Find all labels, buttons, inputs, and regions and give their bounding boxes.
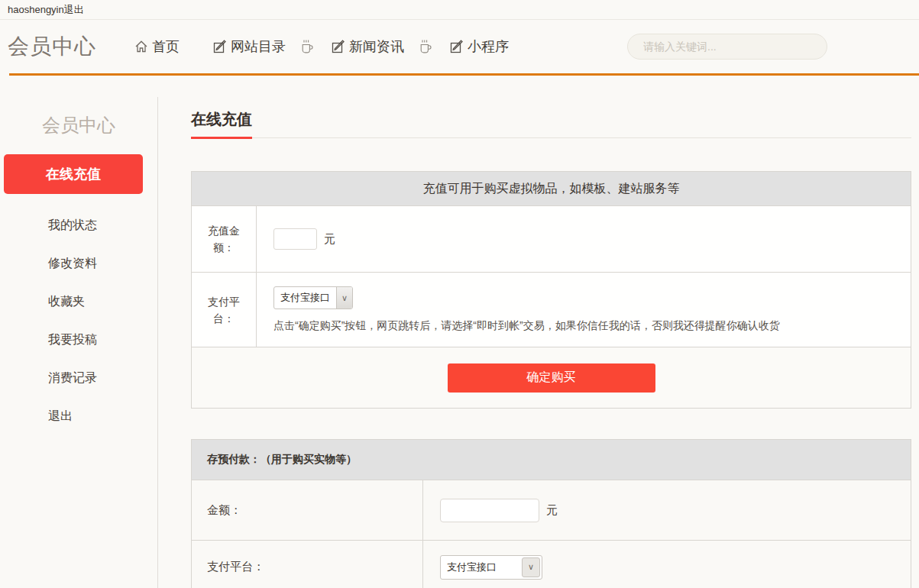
nav-label: 首页	[152, 37, 180, 56]
nav-label: 网站目录	[231, 37, 286, 56]
deposit-amount-cell: 元	[423, 480, 911, 540]
deposit-platform-label: 支付平台：	[192, 541, 423, 588]
sidebar-item-spending-records[interactable]: 消费记录	[0, 359, 157, 397]
recharge-amount-input[interactable]	[273, 228, 317, 250]
confirm-purchase-button[interactable]: 确定购买	[448, 363, 655, 393]
edit-icon	[450, 40, 464, 53]
username-link[interactable]: haoshengyin	[8, 4, 64, 15]
recharge-amount-cell: 元	[257, 206, 911, 272]
recharge-amount-row: 充值金额： 元	[192, 205, 911, 272]
header: 会员中心 首页 网站目录	[0, 20, 919, 73]
page-title: 在线充值	[191, 109, 252, 130]
coffee-cup-icon	[301, 39, 313, 55]
page-title-underline	[191, 137, 252, 139]
deposit-platform-cell: 支付宝接口 ∨	[423, 541, 911, 588]
site-logo: 会员中心	[8, 32, 96, 61]
nav-item-mini-program[interactable]: 小程序	[450, 37, 509, 56]
nav-item-home[interactable]: 首页	[134, 37, 180, 56]
recharge-table: 充值可用于购买虚拟物品，如模板、建站服务等 充值金额： 元 支付平台： 支付宝接…	[191, 171, 911, 409]
chevron-down-icon: ∨	[336, 287, 352, 309]
topbar: haoshengyin退出	[0, 0, 919, 20]
sidebar-item-favorites[interactable]: 收藏夹	[0, 283, 157, 321]
content: 会员中心 在线充值 我的状态 修改资料 收藏夹 我要投稿 消费记录 退出 在线充…	[0, 76, 919, 588]
edit-icon	[332, 40, 345, 53]
sidebar: 会员中心 在线充值 我的状态 修改资料 收藏夹 我要投稿 消费记录 退出	[0, 97, 158, 588]
sidebar-menu: 我的状态 修改资料 收藏夹 我要投稿 消费记录 退出	[0, 206, 157, 435]
sidebar-item-edit-profile[interactable]: 修改资料	[0, 244, 157, 283]
recharge-amount-label: 充值金额：	[192, 206, 257, 272]
home-icon	[134, 40, 148, 53]
recharge-platform-label: 支付平台：	[192, 273, 257, 347]
nav-label: 新闻资讯	[349, 37, 404, 56]
deposit-platform-row: 支付平台： 支付宝接口 ∨	[192, 540, 911, 588]
recharge-submit-row: 确定购买	[192, 347, 911, 408]
search-input[interactable]	[627, 34, 827, 60]
logout-link[interactable]: 退出	[64, 3, 84, 17]
deposit-amount-row: 金额： 元	[192, 480, 911, 540]
nav-item-site-directory[interactable]: 网站目录	[213, 37, 286, 56]
sidebar-item-online-recharge-active[interactable]: 在线充值	[4, 154, 143, 194]
sidebar-item-my-status[interactable]: 我的状态	[0, 206, 157, 244]
chevron-down-icon: ∨	[522, 557, 540, 577]
recharge-notice: 充值可用于购买虚拟物品，如模板、建站服务等	[192, 172, 911, 205]
sidebar-item-logout[interactable]: 退出	[0, 397, 157, 435]
recharge-platform-row: 支付平台： 支付宝接口 ∨ 点击“确定购买”按钮，网页跳转后，请选择“即时到帐”…	[192, 272, 911, 347]
deposit-platform-selected: 支付宝接口	[441, 556, 520, 579]
sidebar-title: 会员中心	[0, 113, 157, 137]
deposit-amount-input[interactable]	[440, 499, 539, 522]
deposit-table: 存预付款：（用于购买实物等） 金额： 元 支付平台： 支付宝接口 ∨	[191, 439, 911, 588]
coffee-cup-icon	[419, 39, 432, 55]
recharge-platform-cell: 支付宝接口 ∨ 点击“确定购买”按钮，网页跳转后，请选择“即时到帐”交易，如果你…	[257, 273, 911, 347]
main-nav: 首页 网站目录 新闻资讯	[134, 37, 509, 56]
recharge-amount-unit: 元	[324, 232, 335, 247]
recharge-platform-select[interactable]: 支付宝接口 ∨	[273, 286, 353, 309]
recharge-platform-selected: 支付宝接口	[274, 287, 336, 309]
main-panel: 在线充值 充值可用于购买虚拟物品，如模板、建站服务等 充值金额： 元 支付平台：…	[158, 76, 919, 588]
edit-icon	[213, 40, 227, 53]
page-title-wrap: 在线充值	[191, 109, 911, 138]
deposit-title: 存预付款：（用于购买实物等）	[192, 440, 911, 480]
deposit-amount-label: 金额：	[192, 480, 423, 540]
nav-item-news[interactable]: 新闻资讯	[332, 37, 404, 56]
sidebar-item-submit-article[interactable]: 我要投稿	[0, 321, 157, 359]
deposit-platform-select[interactable]: 支付宝接口 ∨	[440, 555, 542, 580]
deposit-amount-unit: 元	[546, 503, 558, 518]
nav-label: 小程序	[468, 37, 509, 56]
recharge-hint: 点击“确定购买”按钮，网页跳转后，请选择“即时到帐”交易，如果你信任我的话，否则…	[273, 319, 780, 333]
